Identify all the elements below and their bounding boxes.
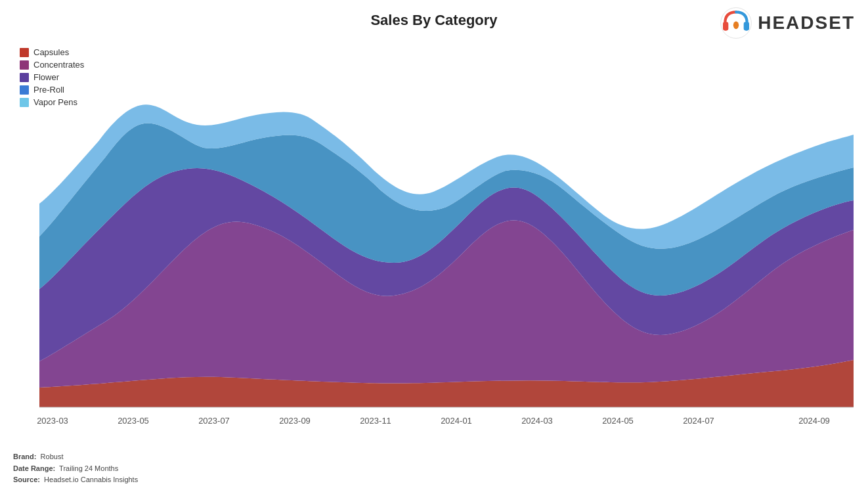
xaxis-label-3: 2023-09 [279,416,311,426]
logo-icon [720,7,752,39]
xaxis-label-8: 2024-07 [683,416,714,426]
xaxis-label-2: 2023-07 [198,416,230,426]
svg-point-3 [733,22,739,30]
xaxis-label-4: 2023-11 [360,416,391,426]
source-value: Headset.io Cannabis Insights [44,476,138,483]
xaxis-label-7: 2024-05 [602,416,634,426]
source-label: Source: [13,476,40,483]
date-range-value: Trailing 24 Months [59,464,118,472]
brand-label: Brand: [13,453,36,460]
xaxis-label-1: 2023-05 [118,416,149,426]
chart-svg: 2023-03 2023-05 2023-07 2023-09 2023-11 … [0,39,868,453]
brand-value: Robust [41,453,64,460]
date-range-label: Date Range: [13,464,55,472]
logo-text: HEADSET [758,12,855,33]
chart-footer: Brand: Robust Date Range: Trailing 24 Mo… [13,451,138,486]
xaxis-label-9: 2024-09 [798,416,830,426]
xaxis-label-6: 2024-03 [521,416,553,426]
headset-logo: HEADSET [720,7,855,39]
xaxis-label-5: 2024-01 [441,416,472,426]
svg-rect-1 [723,22,728,30]
svg-rect-2 [744,22,749,30]
xaxis-label-0: 2023-03 [37,416,68,426]
chart-container: HEADSET Sales By Category CapsulesConcen… [0,0,868,490]
